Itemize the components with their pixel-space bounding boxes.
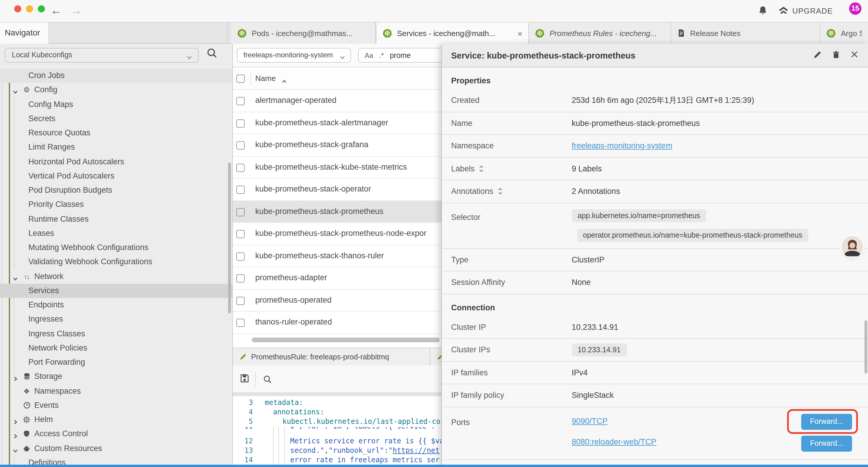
- sidebar-item-port-forwarding[interactable]: Port Forwarding: [0, 355, 232, 370]
- edit-pencil-icon[interactable]: [813, 50, 822, 61]
- table-row[interactable]: kube-prometheus-stack-grafana: [233, 134, 441, 156]
- table-row[interactable]: kube-prometheus-stack-prometheus-node-ex…: [233, 223, 441, 245]
- save-icon[interactable]: [240, 374, 249, 385]
- sidebar-item-cron-jobs[interactable]: Cron Jobs: [0, 68, 232, 83]
- sidebar-item-config[interactable]: ⚙ Config: [0, 83, 232, 97]
- window-zoom-button[interactable]: [38, 5, 45, 12]
- chevron-right-icon[interactable]: [12, 431, 18, 442]
- table-row[interactable]: kube-prometheus-stack-alertmanager: [233, 112, 441, 134]
- labels-count[interactable]: 9 Labels: [572, 164, 602, 173]
- chevron-down-icon[interactable]: [12, 445, 18, 456]
- dock-tab-prometheusrule[interactable]: PrometheusRule: freeleaps-prod-rabbitmq: [234, 348, 430, 365]
- forward-button[interactable]: Forward...: [801, 435, 852, 451]
- sidebar-item-runtime-classes[interactable]: Runtime Classes: [0, 212, 232, 226]
- row-checkbox[interactable]: [236, 119, 245, 127]
- sidebar-item-limit-ranges[interactable]: Limit Ranges: [0, 140, 232, 155]
- tab-services[interactable]: Services - icecheng@math... ×: [376, 23, 529, 44]
- yaml-editor[interactable]: 3metadata: 4annotations: 5kubectl.kubern…: [233, 396, 441, 466]
- sidebar-scrollbar[interactable]: [228, 163, 231, 313]
- annotations-count[interactable]: 2 Annotations: [572, 187, 620, 196]
- table-row[interactable]: alertmanager-operated: [233, 90, 441, 112]
- row-checkbox[interactable]: [236, 208, 245, 216]
- chevron-down-icon[interactable]: [12, 273, 18, 284]
- upgrade-button[interactable]: UPGRADE: [793, 6, 833, 16]
- port-forward-link[interactable]: 9090/TCP: [572, 416, 608, 425]
- table-row[interactable]: prometheus-operated: [233, 289, 441, 312]
- navigator-panel-tab[interactable]: Navigator: [0, 23, 49, 44]
- user-avatar[interactable]: [841, 236, 863, 258]
- delete-trash-icon[interactable]: [832, 50, 840, 61]
- row-checkbox[interactable]: [236, 97, 245, 105]
- sidebar-item-ingresses[interactable]: Ingresses: [0, 313, 232, 327]
- back-arrow-icon[interactable]: ←: [49, 3, 64, 18]
- sidebar-item-priority-classes[interactable]: Priority Classes: [0, 198, 232, 212]
- forward-button[interactable]: Forward...: [801, 413, 852, 430]
- sidebar-item-secrets[interactable]: Secrets: [0, 112, 232, 126]
- sidebar-item-storage[interactable]: Storage: [0, 370, 232, 384]
- row-checkbox[interactable]: [236, 274, 245, 283]
- sidebar-item-validating-webhook-configurations[interactable]: Validating Webhook Configurations: [0, 255, 232, 269]
- sidebar-item-namespaces[interactable]: ❖ Namespaces: [0, 384, 232, 399]
- tab-release-notes[interactable]: Release Notes: [671, 23, 820, 44]
- sidebar-item-network[interactable]: ↑↓ Network: [0, 269, 232, 284]
- selector-chip[interactable]: operator.prometheus.io/name=kube-prometh…: [577, 229, 808, 241]
- sidebar-item-services[interactable]: Services: [0, 284, 232, 298]
- row-checkbox[interactable]: [236, 164, 245, 172]
- row-checkbox[interactable]: [236, 296, 245, 305]
- row-checkbox[interactable]: [236, 230, 245, 238]
- sidebar-item-config-maps[interactable]: Config Maps: [0, 97, 232, 112]
- forward-arrow-icon[interactable]: →: [68, 3, 84, 18]
- row-checkbox[interactable]: [236, 141, 245, 150]
- sidebar-search-icon[interactable]: [206, 47, 222, 63]
- upgrade-icon[interactable]: [778, 5, 789, 20]
- table-row[interactable]: kube-prometheus-stack-kube-state-metrics: [233, 156, 441, 178]
- sidebar-item-horizontal-pod-autoscalers[interactable]: Horizontal Pod Autoscalers: [0, 154, 232, 169]
- sidebar-item-resource-quotas[interactable]: Resource Quotas: [0, 126, 232, 140]
- sidebar-item-endpoints[interactable]: Endpoints: [0, 298, 232, 313]
- select-all-checkbox[interactable]: [236, 75, 245, 83]
- drawer-scrollbar[interactable]: [864, 320, 867, 374]
- window-minimize-button[interactable]: [26, 5, 33, 12]
- namespace-filter-select[interactable]: freeleaps-monitoring-system: [237, 48, 351, 63]
- notification-count-badge[interactable]: 15: [849, 2, 862, 15]
- column-header-name[interactable]: Name: [255, 67, 276, 90]
- sidebar-item-vertical-pod-autoscalers[interactable]: Vertical Pod Autoscalers: [0, 169, 232, 183]
- sidebar-item-events[interactable]: Events: [0, 399, 232, 413]
- match-case-toggle[interactable]: Aa: [365, 51, 373, 59]
- dock-tab-partial[interactable]: [431, 348, 441, 365]
- row-checkbox[interactable]: [236, 252, 245, 260]
- tab-prometheus-rules[interactable]: Prometheus Rules - icecheng...: [529, 23, 671, 44]
- notifications-bell-icon[interactable]: [757, 5, 768, 18]
- sidebar-item-mutating-webhook-configurations[interactable]: Mutating Webhook Configurations: [0, 241, 232, 255]
- window-close-button[interactable]: [14, 5, 21, 12]
- close-icon[interactable]: [850, 50, 859, 61]
- chevron-right-icon[interactable]: [12, 374, 18, 384]
- chevron-right-icon[interactable]: [12, 417, 18, 428]
- row-checkbox[interactable]: [236, 319, 245, 327]
- sidebar-item-custom-resources[interactable]: Custom Resources: [0, 441, 232, 456]
- expand-collapse-icon[interactable]: [479, 165, 484, 173]
- sidebar-item-network-policies[interactable]: Network Policies: [0, 341, 232, 356]
- horizontal-scrollbar[interactable]: [252, 338, 440, 342]
- sidebar-item-ingress-classes[interactable]: Ingress Classes: [0, 327, 232, 341]
- selector-chip[interactable]: app.kubernetes.io/name=prometheus: [572, 209, 706, 222]
- sidebar-item-leases[interactable]: Leases: [0, 226, 232, 241]
- expand-collapse-icon[interactable]: [498, 188, 503, 195]
- table-row[interactable]: thanos-ruler-operated: [233, 312, 441, 334]
- list-search-input[interactable]: Aa .* prome: [358, 48, 441, 63]
- row-checkbox[interactable]: [236, 185, 245, 194]
- kubeconfig-context-select[interactable]: Local Kubeconfigs: [5, 48, 198, 63]
- sidebar-item-helm[interactable]: Helm: [0, 413, 232, 427]
- chevron-down-icon[interactable]: [12, 87, 18, 98]
- table-row[interactable]: kube-prometheus-stack-operator: [233, 178, 441, 201]
- tab-pods[interactable]: Pods - icecheng@mathmas...: [231, 23, 376, 44]
- tab-close-icon[interactable]: ×: [518, 29, 522, 37]
- table-row-selected[interactable]: kube-prometheus-stack-prometheus: [233, 201, 441, 223]
- tab-argo[interactable]: Argo Se: [820, 23, 868, 44]
- regex-toggle[interactable]: .*: [379, 51, 384, 59]
- port-forward-link[interactable]: 8080:reloader-web/TCP: [572, 437, 656, 446]
- table-row[interactable]: prometheus-adapter: [233, 267, 441, 289]
- cluster-ips-chip[interactable]: 10.233.14.91: [572, 344, 627, 356]
- table-row[interactable]: kube-prometheus-stack-thanos-ruler: [233, 245, 441, 267]
- editor-search-icon[interactable]: [262, 374, 272, 387]
